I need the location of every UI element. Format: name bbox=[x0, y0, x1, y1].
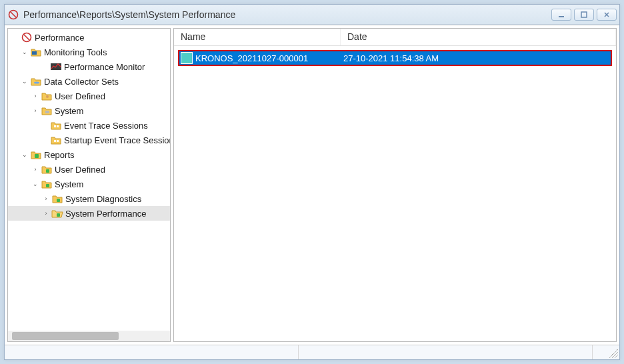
tree-label: System bbox=[55, 179, 83, 189]
folder-sets-icon bbox=[49, 134, 63, 146]
status-cell bbox=[299, 345, 593, 359]
folder-ets-icon bbox=[49, 119, 63, 131]
report-name: KRONOS_20211027-000001 bbox=[195, 53, 308, 63]
tree-system-performance[interactable]: › System Performance bbox=[8, 206, 170, 221]
svg-rect-19 bbox=[57, 213, 60, 217]
tree-event-trace-sessions[interactable]: Event Trace Sessions bbox=[8, 118, 170, 133]
chevron-right-icon[interactable]: › bbox=[41, 209, 51, 218]
status-cell bbox=[5, 345, 299, 359]
chevron-right-icon[interactable]: › bbox=[31, 106, 40, 115]
list-body[interactable]: KRONOS_20211027-000001 27-10-2021 11:54:… bbox=[174, 46, 616, 341]
tree-reports[interactable]: ⌄ Reports bbox=[8, 147, 170, 162]
tree-label: Monitoring Tools bbox=[44, 47, 107, 57]
list-pane: Name Date KRONOS_20211027-000001 27-10-2… bbox=[173, 28, 617, 342]
tree-label: Startup Event Trace Sessions bbox=[64, 135, 171, 145]
close-button[interactable] bbox=[597, 9, 617, 21]
chevron-down-icon[interactable]: ⌄ bbox=[20, 47, 29, 57]
svg-rect-3 bbox=[581, 12, 587, 17]
svg-rect-17 bbox=[46, 184, 49, 187]
status-bar bbox=[5, 345, 619, 359]
list-cell-name: KRONOS_20211027-000001 bbox=[179, 52, 342, 64]
chevron-down-icon[interactable]: ⌄ bbox=[20, 150, 29, 159]
folder-icon bbox=[29, 46, 43, 58]
folder-report-open-icon bbox=[51, 207, 64, 219]
tree-reports-user-defined[interactable]: › User Defined bbox=[8, 162, 170, 177]
content-area: Performance ⌄ Monitoring Tools Performan… bbox=[5, 25, 619, 345]
titlebar[interactable]: Performance\Reports\System\System Perfor… bbox=[5, 5, 619, 25]
tree-monitoring-tools[interactable]: ⌄ Monitoring Tools bbox=[8, 45, 170, 59]
tree-label: System bbox=[55, 106, 83, 116]
tree-startup-event-trace-sessions[interactable]: Startup Event Trace Sessions bbox=[8, 133, 170, 147]
tree-reports-system[interactable]: ⌄ System bbox=[8, 177, 170, 191]
svg-rect-15 bbox=[35, 154, 39, 158]
tree-label: User Defined bbox=[55, 91, 105, 101]
svg-line-1 bbox=[11, 12, 16, 17]
tree-dcs-system[interactable]: › System bbox=[8, 103, 170, 118]
chevron-down-icon[interactable]: ⌄ bbox=[31, 179, 40, 189]
folder-db-icon bbox=[29, 75, 43, 87]
resize-grip[interactable] bbox=[593, 345, 619, 359]
list-row[interactable]: KRONOS_20211027-000001 27-10-2021 11:54:… bbox=[178, 50, 612, 66]
perfmon-icon bbox=[20, 31, 33, 43]
svg-rect-2 bbox=[559, 16, 564, 17]
spacer-icon bbox=[40, 62, 49, 71]
tree-label: Performance Monitor bbox=[64, 62, 145, 72]
svg-point-9 bbox=[46, 95, 49, 98]
window-title: Performance\Reports\System\System Perfor… bbox=[23, 9, 551, 20]
tree-data-collector-sets[interactable]: ⌄ Data Collector Sets bbox=[8, 74, 170, 89]
perfmonitor-icon bbox=[49, 61, 63, 73]
svg-rect-12 bbox=[57, 125, 59, 127]
tree-label: Data Collector Sets bbox=[44, 77, 119, 87]
tree-root-performance[interactable]: Performance bbox=[8, 30, 170, 45]
scrollbar-thumb[interactable] bbox=[12, 332, 119, 340]
tree-dcs-user-defined[interactable]: › User Defined bbox=[8, 89, 170, 103]
column-header-date[interactable]: Date bbox=[341, 29, 616, 45]
tree-pane[interactable]: Performance ⌄ Monitoring Tools Performan… bbox=[7, 28, 171, 342]
tree-label: Reports bbox=[44, 150, 75, 160]
tree-label: System Diagnostics bbox=[65, 194, 141, 204]
spacer-icon bbox=[40, 121, 49, 130]
maximize-button[interactable] bbox=[574, 9, 594, 21]
chevron-right-icon[interactable]: › bbox=[31, 91, 40, 101]
folder-user-icon bbox=[40, 90, 53, 102]
tree-label: Event Trace Sessions bbox=[64, 121, 148, 131]
svg-rect-6 bbox=[32, 51, 37, 55]
report-icon bbox=[181, 52, 193, 64]
folder-reports-icon bbox=[29, 149, 43, 161]
perfmon-window: Performance\Reports\System\System Perfor… bbox=[4, 4, 620, 360]
window-controls bbox=[551, 9, 617, 21]
chevron-right-icon[interactable]: › bbox=[41, 194, 51, 203]
chevron-down-icon[interactable]: ⌄ bbox=[20, 77, 29, 86]
svg-rect-13 bbox=[54, 140, 56, 142]
tree-label: Performance bbox=[35, 33, 84, 43]
svg-rect-16 bbox=[46, 169, 49, 173]
tree-horizontal-scrollbar[interactable] bbox=[8, 331, 170, 341]
chevron-down-icon[interactable] bbox=[11, 33, 20, 42]
folder-reports-user-icon bbox=[40, 163, 53, 175]
folder-system-icon bbox=[40, 105, 53, 117]
column-header-name[interactable]: Name bbox=[174, 29, 341, 45]
svg-rect-11 bbox=[54, 125, 56, 127]
tree-label: System Performance bbox=[65, 209, 146, 219]
spacer-icon bbox=[40, 135, 49, 145]
folder-report-icon bbox=[51, 193, 64, 205]
svg-point-8 bbox=[34, 82, 39, 84]
tree-system-diagnostics[interactable]: › System Diagnostics bbox=[8, 191, 170, 206]
tree-performance-monitor[interactable]: Performance Monitor bbox=[8, 59, 170, 74]
tree-label: User Defined bbox=[55, 165, 105, 175]
svg-rect-10 bbox=[45, 111, 49, 113]
navigation-tree: Performance ⌄ Monitoring Tools Performan… bbox=[8, 29, 170, 341]
list-cell-date: 27-10-2021 11:54:38 AM bbox=[342, 53, 611, 63]
svg-line-5 bbox=[24, 35, 29, 40]
app-icon bbox=[7, 9, 19, 21]
folder-reports-system-icon bbox=[40, 178, 53, 190]
svg-rect-14 bbox=[57, 140, 59, 142]
minimize-button[interactable] bbox=[551, 9, 571, 21]
svg-rect-18 bbox=[57, 199, 60, 202]
chevron-right-icon[interactable]: › bbox=[31, 165, 40, 174]
list-header: Name Date bbox=[174, 29, 616, 46]
